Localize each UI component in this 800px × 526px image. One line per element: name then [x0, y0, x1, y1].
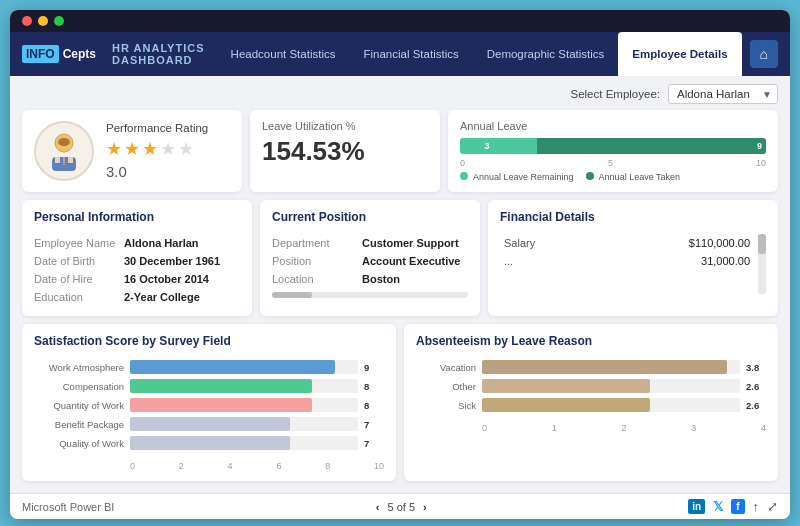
home-button[interactable]: ⌂: [750, 40, 778, 68]
performance-title: Performance Rating: [106, 122, 230, 134]
sat-bar-value: 7: [364, 419, 384, 430]
sat-bar-track: [130, 360, 358, 374]
abs-bar-label: Vacation: [416, 362, 476, 373]
footer: Microsoft Power BI ‹ 5 of 5 › in 𝕏 f ↑ ⤢: [10, 493, 790, 519]
abs-bar-value: 3.8: [746, 362, 766, 373]
tab-employee-details[interactable]: Employee Details: [618, 32, 741, 76]
satisfaction-bar-row: Benefit Package 7: [34, 417, 384, 431]
bar-label-3: 3: [481, 138, 489, 154]
employee-dropdown[interactable]: Aldona Harlan: [668, 84, 778, 104]
sat-bar-label: Compensation: [34, 381, 124, 392]
annual-leave-legend: Annual Leave Remaining Annual Leave Take…: [460, 172, 766, 182]
logo-mark: INFO: [22, 45, 59, 63]
personal-field-label: Education: [34, 288, 124, 306]
sat-bar-fill: [130, 398, 312, 412]
prev-page-button[interactable]: ‹: [376, 501, 380, 513]
financial-content: Salary$110,000.00...31,000.00: [500, 234, 766, 294]
next-page-button[interactable]: ›: [423, 501, 427, 513]
bar-label-9: 9: [757, 138, 762, 154]
dot-green[interactable]: [54, 16, 64, 26]
footer-nav: ‹ 5 of 5 ›: [376, 501, 427, 513]
bottom-row: Satisfaction Score by Survey Field Work …: [22, 324, 778, 481]
absenteeism-bar-row: Other 2.6: [416, 379, 766, 393]
star-5: ★: [178, 138, 194, 160]
position-field-value: Boston: [362, 270, 468, 288]
avatar-svg: [42, 129, 86, 173]
svg-point-6: [58, 138, 70, 146]
sat-axis-label: 10: [374, 461, 384, 471]
sat-bar-value: 8: [364, 381, 384, 392]
legend-taken: Annual Leave Taken: [586, 172, 680, 182]
legend-dot-remaining: [460, 172, 468, 180]
personal-field-label: Employee Name: [34, 234, 124, 252]
facebook-icon[interactable]: f: [731, 499, 744, 514]
sat-bar-label: Work Atmosphere: [34, 362, 124, 373]
satisfaction-bar-row: Quantity of Work 8: [34, 398, 384, 412]
logo: INFO Cepts: [22, 45, 96, 63]
personal-info-row: Date of Birth30 December 1961: [34, 252, 240, 270]
leave-value: 154.53%: [262, 136, 428, 167]
personal-field-value: Aldona Harlan: [124, 234, 240, 252]
sat-bar-track: [130, 417, 358, 431]
abs-bar-track: [482, 398, 740, 412]
financial-scroll-bar[interactable]: [758, 234, 766, 294]
linkedin-icon[interactable]: in: [688, 499, 705, 514]
financial-info-row: ...31,000.00: [500, 252, 754, 270]
position-scroll-thumb[interactable]: [272, 292, 312, 298]
personal-info-row: Date of Hire16 October 2014: [34, 270, 240, 288]
position-info-table: DepartmentCustomer SupportPositionAccoun…: [272, 234, 468, 288]
performance-info: Performance Rating ★ ★ ★ ★ ★ 3.0: [106, 122, 230, 180]
abs-axis-label: 4: [761, 423, 766, 433]
logo-text: Cepts: [63, 47, 96, 61]
twitter-icon[interactable]: 𝕏: [713, 499, 723, 514]
abs-axis-label: 3: [691, 423, 696, 433]
financial-card: Financial Details Salary$110,000.00...31…: [488, 200, 778, 316]
annual-leave-title: Annual Leave: [460, 120, 766, 132]
fullscreen-icon[interactable]: ⤢: [767, 499, 778, 514]
bar-taken: 9: [537, 138, 767, 154]
tab-headcount[interactable]: Headcount Statistics: [217, 32, 350, 76]
abs-bar-fill: [482, 379, 650, 393]
abs-bar-track: [482, 379, 740, 393]
position-field-label: Position: [272, 252, 362, 270]
employee-avatar: [34, 121, 94, 181]
personal-section-title: Personal Information: [34, 210, 240, 226]
main-window: INFO Cepts HR ANALYTICS DASHBOARD Headco…: [10, 10, 790, 519]
satisfaction-bar-chart: Work Atmosphere 9 Compensation 8 Quantit…: [34, 356, 384, 459]
abs-bar-fill: [482, 398, 650, 412]
star-3: ★: [142, 138, 158, 160]
absenteeism-chart-title: Absenteeism by Leave Reason: [416, 334, 766, 348]
dot-yellow[interactable]: [38, 16, 48, 26]
position-field-label: Location: [272, 270, 362, 288]
personal-field-value: 2-Year College: [124, 288, 240, 306]
sat-bar-value: 7: [364, 438, 384, 449]
satisfaction-bar-row: Quality of Work 7: [34, 436, 384, 450]
personal-field-value: 30 December 1961: [124, 252, 240, 270]
sat-bar-label: Quantity of Work: [34, 400, 124, 411]
sat-axis-label: 6: [276, 461, 281, 471]
position-info-row: PositionAccount Executive: [272, 252, 468, 270]
financial-scroll-thumb[interactable]: [758, 234, 766, 254]
abs-axis-label: 1: [552, 423, 557, 433]
financial-table-wrapper: Salary$110,000.00...31,000.00: [500, 234, 754, 294]
footer-icons: in 𝕏 f ↑ ⤢: [688, 499, 778, 514]
abs-bar-fill: [482, 360, 727, 374]
financial-section-title: Financial Details: [500, 210, 766, 226]
sat-axis-label: 2: [179, 461, 184, 471]
axis-10: 10: [756, 158, 766, 168]
share-icon[interactable]: ↑: [753, 499, 760, 514]
axis-0: 0: [460, 158, 465, 168]
employee-selector-label: Select Employee:: [571, 88, 661, 100]
tab-demographic[interactable]: Demographic Statistics: [473, 32, 619, 76]
satisfaction-axis: 0246810: [34, 461, 384, 471]
sat-bar-fill: [130, 360, 335, 374]
sat-bar-label: Benefit Package: [34, 419, 124, 430]
absenteeism-chart-card: Absenteeism by Leave Reason Vacation 3.8…: [404, 324, 778, 481]
abs-bar-value: 2.6: [746, 381, 766, 392]
nav-bar: INFO Cepts HR ANALYTICS DASHBOARD Headco…: [10, 32, 790, 76]
star-1: ★: [106, 138, 122, 160]
tab-financial[interactable]: Financial Statistics: [349, 32, 472, 76]
position-scroll-bar-h[interactable]: [272, 292, 468, 298]
dot-red[interactable]: [22, 16, 32, 26]
title-bar: [10, 10, 790, 32]
